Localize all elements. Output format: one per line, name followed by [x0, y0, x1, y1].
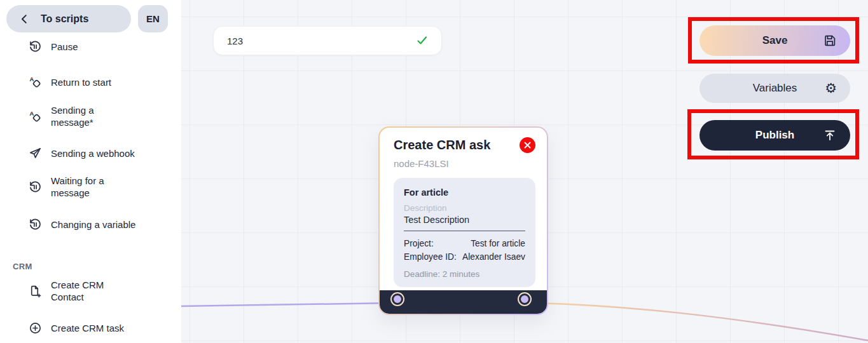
crm-section-label: CRM — [13, 262, 32, 271]
sidebar-item-pause[interactable]: Pause — [0, 39, 181, 53]
validation-input[interactable] — [214, 36, 416, 46]
field-row-employee: Employee ID: Alexander Isaev — [404, 250, 525, 264]
sidebar-item-label: Sending a message* — [51, 104, 159, 128]
send-icon — [28, 146, 42, 160]
back-to-scripts-button[interactable]: To scripts — [6, 5, 131, 32]
node-close-button[interactable] — [520, 137, 535, 153]
sidebar-item-create-crm-contact[interactable]: Create CRM Contact — [0, 279, 181, 303]
svg-text:A: A — [29, 76, 34, 83]
history-pause-icon — [28, 39, 42, 53]
node-field-rows: Project: Test for article Employee ID: A… — [404, 237, 525, 264]
sidebar-item-label: Return to start — [51, 76, 159, 88]
message-a-icon: A — [28, 75, 42, 89]
language-badge[interactable]: EN — [138, 5, 168, 32]
sidebar-item-changing-variable[interactable]: Changing a variable — [0, 217, 181, 231]
history-pause-icon — [28, 180, 42, 194]
sidebar-item-waiting-message[interactable]: Waiting for a message — [0, 175, 181, 199]
output-port[interactable] — [519, 293, 530, 305]
description-label: Description — [404, 203, 525, 213]
save-floppy-icon — [823, 34, 837, 48]
history-pause-icon — [28, 217, 42, 231]
flow-canvas[interactable]: Create CRM ask node-F43LSI For article D… — [181, 0, 868, 343]
description-field[interactable]: Test Description — [404, 215, 525, 231]
chevron-left-icon — [19, 13, 31, 25]
crm-task-node[interactable]: Create CRM ask node-F43LSI For article D… — [378, 126, 548, 315]
circle-plus-icon — [28, 321, 42, 335]
sidebar: To scripts EN Pause A Return to st — [0, 0, 181, 343]
field-value[interactable]: Test for article — [471, 237, 525, 250]
field-label: Project: — [404, 237, 434, 250]
sidebar-item-create-crm-task[interactable]: Create CRM task — [0, 321, 181, 335]
node-body: Create CRM ask node-F43LSI For article D… — [380, 128, 547, 314]
variables-button[interactable]: Variables ⚙ — [699, 74, 850, 103]
sidebar-item-label: Waiting for a message — [51, 175, 159, 199]
deadline-text: Deadline: 2 minutes — [404, 269, 525, 279]
node-id: node-F43LSI — [380, 152, 547, 169]
publish-upload-icon — [823, 128, 837, 142]
sidebar-item-label: Create CRM Contact — [51, 279, 159, 303]
outgoing-edge — [535, 303, 868, 340]
sidebar-item-sending-message[interactable]: A Sending a message* — [0, 104, 181, 128]
incoming-edge — [181, 303, 392, 306]
check-icon — [416, 34, 429, 47]
message-a-icon: A — [28, 109, 42, 123]
file-plus-icon — [28, 284, 42, 298]
svg-text:A: A — [29, 110, 34, 117]
publish-button[interactable]: Publish — [699, 120, 850, 151]
sidebar-item-return-to-start[interactable]: A Return to start — [0, 75, 181, 89]
sidebar-item-label: Sending a webhook — [51, 147, 159, 159]
node-section-title: For article — [404, 187, 525, 198]
save-button[interactable]: Save — [699, 25, 850, 56]
sidebar-item-label: Changing a variable — [51, 219, 159, 231]
node-settings-panel: For article Description Test Description… — [394, 178, 535, 287]
sidebar-item-label: Create CRM task — [51, 322, 159, 334]
input-port[interactable] — [392, 293, 403, 305]
close-icon — [524, 142, 531, 149]
validation-input-wrapper — [213, 26, 442, 55]
back-to-scripts-label: To scripts — [41, 13, 88, 25]
field-row-project: Project: Test for article — [404, 237, 525, 250]
node-footer — [380, 290, 547, 314]
field-value[interactable]: Alexander Isaev — [462, 250, 525, 264]
sidebar-item-sending-webhook[interactable]: Sending a webhook — [0, 146, 181, 160]
field-label: Employee ID: — [404, 250, 457, 264]
flow-builder-screen: Create CRM ask node-F43LSI For article D… — [0, 0, 868, 343]
gear-icon: ⚙ — [825, 82, 837, 95]
sidebar-item-label: Pause — [51, 41, 159, 53]
